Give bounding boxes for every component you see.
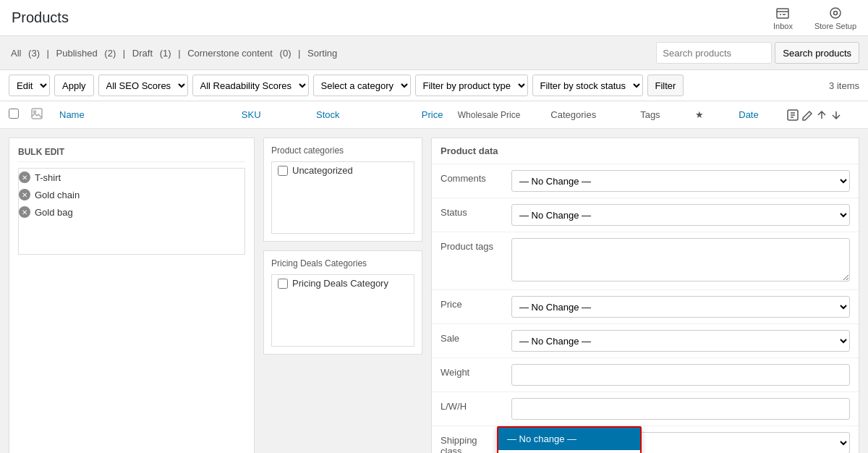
product-categories-list: Uncategorized — [271, 161, 414, 234]
status-field-row: Status — No Change — — [432, 198, 859, 232]
status-select[interactable]: — No Change — — [511, 204, 850, 226]
stock-status-select[interactable]: Filter by stock status — [532, 75, 643, 96]
category-uncategorized: Uncategorized — [272, 162, 414, 179]
bulk-edit-panel: BULK EDIT ✕ T-shirt ✕ Gold chain ✕ Gold … — [9, 137, 255, 453]
select-all-checkbox[interactable] — [9, 109, 19, 119]
bulk-edit-list: ✕ T-shirt ✕ Gold chain ✕ Gold bag — [18, 168, 245, 255]
items-count: 3 items — [829, 80, 859, 91]
th-star-icon: ★ — [689, 109, 710, 120]
svg-point-4 — [34, 111, 36, 113]
shipping-field-row: Shipping class — No change — — No change… — [432, 426, 859, 453]
toolbar-row: Edit Apply All SEO Scores All Readabilit… — [0, 70, 868, 101]
shipping-class-dropdown[interactable]: — No change — No shipping class Large it… — [497, 426, 642, 453]
status-label: Status — [441, 204, 506, 218]
bulk-item-goldchain: ✕ Gold chain — [19, 186, 244, 203]
weight-input[interactable] — [511, 364, 850, 386]
readability-scores-select[interactable]: All Readability Scores — [192, 75, 309, 96]
pricing-deals-title: Pricing Deals Categories — [271, 258, 414, 268]
bulk-action-select[interactable]: Edit — [9, 75, 50, 96]
th-sku[interactable]: SKU — [213, 109, 289, 120]
filter-published-link[interactable]: Published (2) — [54, 48, 121, 59]
product-categories-title: Product categories — [271, 145, 414, 156]
filter-links: All (3) | Published (2) | Draft (1) | Co… — [9, 48, 653, 59]
price-label: Price — [441, 296, 506, 310]
lwh-control — [511, 398, 850, 420]
shipping-option-no-shipping[interactable]: No shipping class — [498, 450, 640, 453]
th-date[interactable]: Date — [710, 109, 787, 120]
product-tags-control — [511, 238, 850, 284]
product-tags-textarea[interactable] — [511, 238, 850, 281]
sale-label: Sale — [441, 330, 506, 344]
bulk-item-tshirt: ✕ T-shirt — [19, 169, 244, 186]
store-setup-nav-item[interactable]: Store Setup — [814, 6, 856, 30]
comments-select[interactable]: — No Change — — [511, 170, 850, 192]
th-categories: Categories — [535, 109, 612, 120]
sale-control: — No Change — — [511, 330, 850, 352]
shipping-label: Shipping class — [441, 432, 506, 453]
filter-all-link[interactable]: All (3) — [9, 48, 45, 59]
inbox-nav-item[interactable]: Inbox — [773, 6, 793, 30]
middle-panels: Product categories Uncategorized Pricing… — [263, 137, 422, 453]
search-box: Search products — [656, 42, 859, 64]
svg-rect-0 — [777, 9, 788, 18]
pricing-deals-checkbox[interactable] — [278, 279, 288, 289]
apply-button[interactable]: Apply — [54, 75, 94, 96]
price-select[interactable]: — No Change — — [511, 296, 850, 318]
product-categories-panel: Product categories Uncategorized — [263, 137, 422, 242]
lwh-label: L/W/H — [441, 398, 506, 412]
page-title: Products — [12, 9, 773, 26]
filter-sorting-link[interactable]: Sorting — [305, 48, 339, 59]
table-header: Name SKU Stock Price Wholesale Price Cat… — [0, 101, 868, 129]
right-panel: Product data Comments — No Change — Stat… — [431, 137, 859, 453]
remove-goldchain-icon[interactable]: ✕ — [19, 189, 30, 200]
top-bar-icons: Inbox Store Setup — [773, 6, 856, 30]
search-input[interactable] — [656, 42, 772, 64]
price-control: — No Change — — [511, 296, 850, 318]
seo-scores-select[interactable]: All SEO Scores — [98, 75, 188, 96]
product-data-header: Product data — [432, 138, 859, 164]
remove-tshirt-icon[interactable]: ✕ — [19, 172, 30, 183]
product-type-select[interactable]: Filter by product type — [415, 75, 528, 96]
main-content: BULK EDIT ✕ T-shirt ✕ Gold chain ✕ Gold … — [0, 129, 868, 453]
weight-control — [511, 364, 850, 386]
pricing-deals-list: Pricing Deals Category — [271, 274, 414, 347]
th-image-icon — [30, 107, 59, 122]
svg-point-1 — [830, 8, 841, 18]
th-name[interactable]: Name — [59, 109, 213, 120]
category-select[interactable]: Select a category — [313, 75, 411, 96]
th-actions — [787, 109, 859, 121]
filter-bar: All (3) | Published (2) | Draft (1) | Co… — [0, 36, 868, 70]
th-stock[interactable]: Stock — [289, 109, 366, 120]
th-checkbox[interactable] — [9, 109, 30, 121]
filter-button[interactable]: Filter — [647, 75, 684, 96]
lwh-field-row: L/W/H — [432, 392, 859, 426]
th-price[interactable]: Price — [366, 109, 443, 120]
weight-field-row: Weight — [432, 358, 859, 392]
weight-label: Weight — [441, 364, 506, 378]
category-uncategorized-checkbox[interactable] — [278, 166, 288, 176]
comments-field-row: Comments — No Change — — [432, 164, 859, 198]
filter-cornerstone-link[interactable]: Cornerstone content (0) — [185, 48, 296, 59]
lwh-input[interactable] — [511, 398, 850, 420]
pricing-deals-category: Pricing Deals Category — [272, 275, 414, 292]
price-field-row: Price — No Change — — [432, 290, 859, 324]
comments-control: — No Change — — [511, 170, 850, 192]
th-tags: Tags — [612, 109, 689, 120]
pricing-deals-panel: Pricing Deals Categories Pricing Deals C… — [263, 250, 422, 355]
search-button[interactable]: Search products — [775, 42, 859, 64]
sale-select[interactable]: — No Change — — [511, 330, 850, 352]
remove-goldbag-icon[interactable]: ✕ — [19, 206, 30, 218]
filter-draft-link[interactable]: Draft (1) — [130, 48, 176, 59]
th-wholesale-price: Wholesale Price — [443, 110, 535, 120]
shipping-option-no-change[interactable]: — No change — — [498, 428, 640, 450]
bulk-item-goldbag: ✕ Gold bag — [19, 203, 244, 221]
product-tags-field-row: Product tags — [432, 232, 859, 290]
comments-label: Comments — [441, 170, 506, 184]
svg-point-2 — [833, 11, 837, 14]
sale-field-row: Sale — No Change — — [432, 324, 859, 358]
top-bar: Products Inbox Store Setup — [0, 0, 868, 36]
store-setup-label: Store Setup — [814, 22, 856, 30]
product-tags-label: Product tags — [441, 238, 506, 252]
status-control: — No Change — — [511, 204, 850, 226]
inbox-label: Inbox — [773, 22, 793, 30]
